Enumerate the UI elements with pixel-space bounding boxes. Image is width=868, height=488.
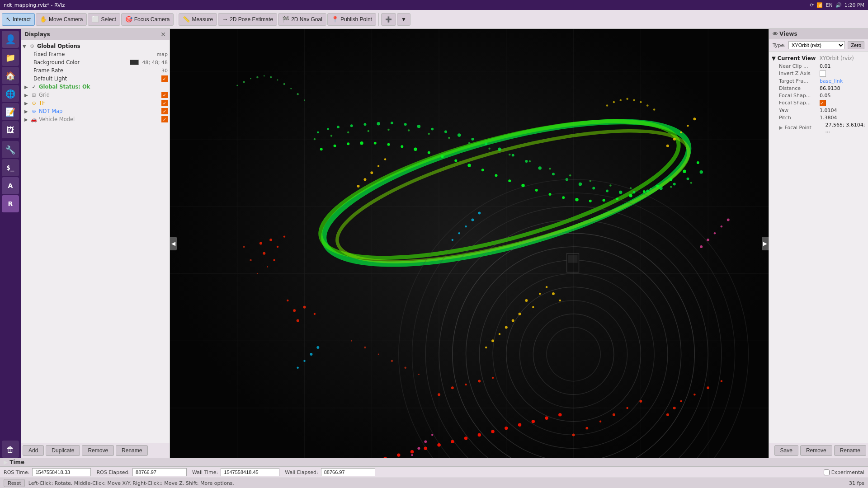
extra-button-1[interactable]: ➕: [381, 13, 396, 26]
svg-point-213: [549, 193, 552, 196]
svg-point-67: [277, 246, 278, 248]
displays-tree: ▼ ⚙ Global Options Fixed Frame map Backg…: [21, 40, 170, 443]
current-view-header[interactable]: ▼ Current View XYOrbit (rviz): [772, 54, 865, 62]
sidebar-item-files[interactable]: 📁: [2, 49, 19, 66]
publish-point-button[interactable]: 📍 Publish Point: [327, 13, 376, 26]
sidebar-item-browser[interactable]: 🌐: [2, 85, 19, 102]
toolbar: ↖ Interact ✋ Move Camera ⬜ Select 🎯 Focu…: [0, 10, 868, 29]
frame-rate-row: Frame Rate 30: [21, 66, 170, 75]
svg-point-73: [680, 400, 682, 402]
background-color-swatch: [130, 60, 139, 65]
default-light-row[interactable]: Default Light ✓: [21, 75, 170, 83]
nav-goal-icon: 🏁: [282, 16, 289, 23]
svg-point-28: [632, 191, 635, 193]
svg-point-137: [700, 245, 703, 248]
global-options-row[interactable]: ▼ ⚙ Global Options: [21, 42, 170, 50]
views-zero-button[interactable]: Zero: [848, 41, 864, 49]
wall-time-input[interactable]: [221, 468, 279, 476]
focus-camera-icon: 🎯: [125, 16, 132, 23]
select-button[interactable]: ⬜ Select: [88, 13, 120, 26]
svg-point-164: [491, 430, 494, 433]
remove-button[interactable]: Remove: [82, 445, 114, 456]
svg-point-115: [485, 347, 487, 348]
ros-elapsed-input[interactable]: [132, 468, 187, 476]
views-save-button[interactable]: Save: [774, 445, 798, 456]
collapse-left-button[interactable]: ◀: [170, 237, 177, 250]
svg-point-11: [404, 123, 407, 126]
svg-point-130: [452, 239, 453, 241]
sidebar-item-home[interactable]: 🏠: [2, 67, 19, 84]
move-camera-icon: ✋: [40, 16, 47, 23]
svg-point-132: [310, 353, 312, 356]
svg-point-141: [431, 434, 433, 436]
svg-point-122: [680, 131, 682, 133]
time-header[interactable]: ▶ Time: [0, 458, 868, 467]
displays-close-button[interactable]: ✕: [160, 31, 166, 38]
reset-button[interactable]: Reset: [4, 479, 25, 487]
viewport[interactable]: ◀ ▶: [170, 29, 769, 458]
experimental-field[interactable]: Experimental: [824, 469, 864, 475]
sidebar-item-notepad[interactable]: 📝: [2, 103, 19, 120]
move-camera-button[interactable]: ✋ Move Camera: [36, 13, 87, 26]
svg-point-157: [397, 453, 400, 456]
duplicate-button[interactable]: Duplicate: [46, 445, 80, 456]
grid-checkbox[interactable]: ✓: [161, 92, 168, 98]
sidebar-item-tools[interactable]: 🔧: [2, 141, 19, 158]
svg-point-126: [465, 225, 467, 227]
svg-point-162: [464, 436, 467, 440]
svg-point-138: [721, 225, 722, 227]
svg-point-97: [267, 266, 268, 267]
interact-button[interactable]: ↖ Interact: [2, 13, 35, 26]
svg-point-150: [277, 80, 278, 81]
experimental-checkbox[interactable]: [824, 469, 830, 475]
invert-z-checkbox[interactable]: [820, 70, 826, 77]
default-light-checkbox[interactable]: ✓: [161, 75, 168, 82]
svg-point-18: [498, 148, 501, 151]
sidebar-item-terminal[interactable]: $_: [2, 159, 19, 176]
svg-point-77: [721, 380, 722, 382]
svg-point-13: [431, 128, 434, 131]
sidebar-item-rviz[interactable]: R: [2, 195, 19, 212]
svg-point-111: [559, 300, 561, 301]
vehicle-model-row[interactable]: ▶ 🚗 Vehicle Model ✓: [21, 115, 170, 123]
ndt-checkbox[interactable]: ✓: [161, 108, 168, 114]
ros-time-input[interactable]: [32, 468, 91, 476]
measure-button[interactable]: 📏 Measure: [179, 13, 217, 26]
svg-point-85: [451, 386, 454, 389]
sidebar-item-autoware[interactable]: A: [2, 177, 19, 194]
views-rename-button[interactable]: Rename: [834, 445, 866, 456]
focal-shape-checkbox[interactable]: ✓: [820, 100, 826, 106]
background-color-row[interactable]: Background Color 48; 48; 48: [21, 58, 170, 66]
focal-point-row[interactable]: ▶ Focal Point 27.565; 3.6104; ...: [772, 121, 865, 134]
svg-point-109: [546, 286, 547, 288]
views-type-select[interactable]: XYOrbit (rviz) Orbit (rviz) TopDown (rvi…: [788, 41, 845, 49]
nav-goal-button[interactable]: 🏁 2D Nav Goal: [278, 13, 326, 26]
vehicle-checkbox[interactable]: ✓: [161, 116, 168, 122]
current-view-section: ▼ Current View XYOrbit (rviz) Near Clip …: [769, 53, 868, 135]
wall-elapsed-input[interactable]: [321, 468, 375, 476]
svg-point-74: [666, 413, 669, 416]
grid-row[interactable]: ▶ ⊞ Grid ✓: [21, 91, 170, 99]
svg-point-152: [290, 88, 292, 89]
ndt-map-row[interactable]: ▶ ⊛ NDT Map ✓: [21, 107, 170, 115]
svg-point-32: [687, 178, 689, 180]
rename-button[interactable]: Rename: [116, 445, 148, 456]
svg-point-216: [589, 200, 592, 202]
svg-rect-173: [568, 255, 578, 263]
sidebar-item-person[interactable]: 👤: [2, 31, 19, 48]
views-remove-button[interactable]: Remove: [800, 445, 832, 456]
focus-camera-button[interactable]: 🎯 Focus Camera: [121, 13, 174, 26]
svg-point-209: [495, 174, 498, 177]
collapse-right-button[interactable]: ▶: [762, 237, 769, 250]
svg-point-39: [408, 129, 410, 131]
svg-point-24: [579, 183, 582, 186]
svg-point-128: [458, 232, 460, 234]
add-button[interactable]: Add: [23, 445, 44, 456]
tf-row[interactable]: ▶ ⊙ TF ✓: [21, 99, 170, 107]
pose-estimate-button[interactable]: → 2D Pose Estimate: [218, 13, 277, 26]
sidebar-item-trash[interactable]: 🗑: [2, 441, 19, 458]
extra-button-2[interactable]: ▼: [397, 13, 410, 26]
tf-checkbox[interactable]: ✓: [161, 100, 168, 106]
sidebar-item-image[interactable]: 🖼: [2, 121, 19, 138]
svg-point-86: [465, 384, 467, 385]
